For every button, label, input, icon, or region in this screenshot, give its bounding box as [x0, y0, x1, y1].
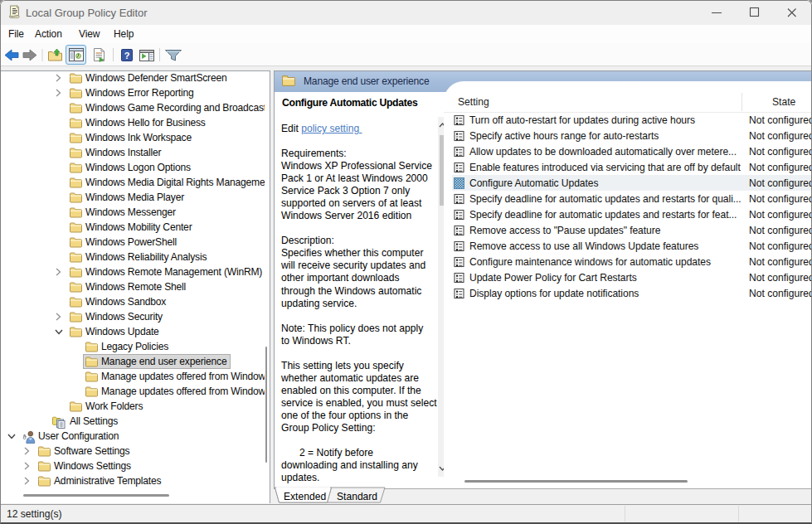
svg-text:?: ? [124, 51, 130, 61]
